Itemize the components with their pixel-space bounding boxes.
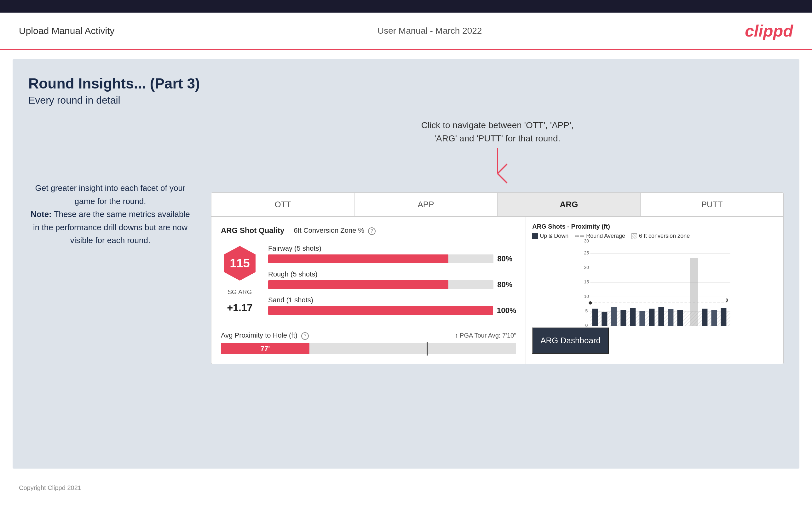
hex-value: 115 — [230, 257, 250, 270]
arg-shot-quality-label: ARG Shot Quality — [221, 226, 284, 235]
hex-and-bars: 115 SG ARG +1.17 Fairway (5 shots) — [221, 244, 516, 322]
proximity-bar-fill: 77' — [221, 343, 309, 354]
svg-text:0: 0 — [586, 323, 588, 328]
legend-round-avg: Round Average — [575, 233, 625, 239]
section-title: Round Insights... (Part 3) — [29, 75, 783, 92]
svg-text:15: 15 — [584, 279, 589, 284]
right-chart-area: ARG Shots - Proximity (ft) Up & Down Rou… — [526, 217, 783, 364]
bar-row-sand: Sand (1 shots) 100% — [268, 296, 516, 315]
bar-row-fairway: Fairway (5 shots) 80% — [268, 244, 516, 263]
tabs-row: OTT APP ARG PUTT — [211, 193, 783, 217]
bar-label-rough: Rough (5 shots) — [268, 270, 516, 278]
bar-pct-fairway: 80% — [497, 255, 516, 263]
bar-fill-rough — [268, 280, 448, 289]
navigate-arrow-icon — [485, 148, 510, 186]
legend-6ft: 6 ft conversion zone — [631, 233, 690, 239]
legend-updown-label: Up & Down — [540, 233, 568, 239]
left-panel: Get greater insight into each facet of y… — [29, 119, 192, 364]
bars-container: Fairway (5 shots) 80% Ro — [268, 244, 516, 322]
svg-rect-25 — [649, 308, 655, 326]
bar-row-rough: Rough (5 shots) 80% — [268, 270, 516, 289]
svg-rect-22 — [621, 310, 626, 326]
proximity-title: Avg Proximity to Hole (ft) ? — [221, 331, 309, 340]
svg-rect-26 — [659, 307, 664, 326]
arg-dashboard-button[interactable]: ARG Dashboard — [532, 328, 609, 354]
chart-title: ARG Shots - Proximity (ft) — [532, 223, 777, 230]
tab-arg[interactable]: ARG — [498, 193, 641, 216]
legend-6ft-label: 6 ft conversion zone — [639, 233, 690, 239]
bar-label-fairway: Fairway (5 shots) — [268, 244, 516, 252]
svg-rect-30 — [702, 308, 708, 326]
svg-rect-27 — [668, 309, 674, 326]
bar-bg-sand — [268, 306, 493, 315]
chart-legend: Up & Down Round Average 6 ft conversion … — [532, 233, 777, 239]
section-subtitle: Every round in detail — [29, 95, 783, 106]
tab-app[interactable]: APP — [354, 193, 498, 216]
chart-svg-container: 0 5 10 15 20 25 30 — [532, 239, 777, 328]
header: Upload Manual Activity User Manual - Mar… — [0, 13, 812, 50]
navigate-annotation: Click to navigate between 'OTT', 'APP','… — [211, 119, 783, 145]
sg-label: SG ARG — [228, 288, 252, 296]
proximity-info-icon[interactable]: ? — [301, 332, 309, 340]
main-content: Round Insights... (Part 3) Every round i… — [13, 59, 799, 468]
info-icon[interactable]: ? — [368, 227, 375, 235]
legend-round-avg-icon — [575, 235, 584, 236]
card-body: ARG Shot Quality 6ft Conversion Zone % ? — [211, 217, 783, 364]
svg-text:20: 20 — [584, 265, 589, 270]
bar-pct-rough: 80% — [497, 280, 516, 289]
svg-rect-19 — [592, 308, 598, 326]
arrow-container — [211, 148, 783, 186]
insight-annotation: Get greater insight into each facet of y… — [29, 182, 192, 247]
right-panel: Click to navigate between 'OTT', 'APP','… — [211, 119, 783, 364]
dashboard-card: OTT APP ARG PUTT ARG Shot Quality 6ft Co… — [211, 192, 783, 364]
conversion-zone-label: 6ft Conversion Zone % ? — [294, 226, 375, 235]
bar-track-sand: 100% — [268, 306, 516, 315]
note-text: These are the same metrics available in … — [33, 210, 190, 245]
svg-rect-20 — [602, 312, 608, 326]
svg-rect-32 — [721, 308, 727, 326]
tab-putt[interactable]: PUTT — [641, 193, 783, 216]
svg-rect-21 — [611, 307, 617, 326]
svg-text:10: 10 — [584, 294, 589, 299]
hex-container: 115 SG ARG +1.17 — [221, 244, 259, 314]
left-metrics: ARG Shot Quality 6ft Conversion Zone % ? — [211, 217, 526, 364]
arg-proximity-chart: 0 5 10 15 20 25 30 — [532, 239, 777, 328]
metrics-header: ARG Shot Quality 6ft Conversion Zone % ? — [221, 226, 516, 235]
pga-avg: ↑ PGA Tour Avg: 7'10" — [455, 332, 516, 339]
svg-rect-31 — [711, 310, 717, 326]
user-manual-date: User Manual - March 2022 — [377, 26, 482, 36]
bar-pct-sand: 100% — [497, 306, 516, 315]
legend-updown: Up & Down — [532, 233, 568, 239]
proximity-section: Avg Proximity to Hole (ft) ? ↑ PGA Tour … — [221, 331, 516, 354]
footer: Copyright Clippd 2021 — [0, 478, 812, 498]
bar-fill-sand — [268, 306, 493, 315]
svg-point-17 — [589, 301, 592, 304]
svg-rect-29 — [690, 258, 698, 326]
bar-bg-fairway — [268, 255, 494, 263]
legend-round-avg-label: Round Average — [586, 233, 625, 239]
clippd-logo: clippd — [745, 21, 793, 40]
proximity-header: Avg Proximity to Hole (ft) ? ↑ PGA Tour … — [221, 331, 516, 340]
top-bar — [0, 0, 812, 13]
proximity-bar-track: 77' — [221, 343, 516, 354]
svg-text:30: 30 — [584, 239, 589, 243]
tab-ott[interactable]: OTT — [211, 193, 354, 216]
svg-text:25: 25 — [584, 250, 589, 256]
sg-value: +1.17 — [227, 302, 253, 314]
hexagon: 115 — [221, 244, 259, 282]
svg-rect-23 — [630, 308, 636, 326]
content-area: Get greater insight into each facet of y… — [29, 119, 783, 364]
svg-text:5: 5 — [586, 308, 588, 313]
svg-rect-24 — [640, 311, 645, 326]
copyright-text: Copyright Clippd 2021 — [19, 484, 81, 491]
svg-text:8: 8 — [726, 297, 728, 303]
bar-label-sand: Sand (1 shots) — [268, 296, 516, 304]
legend-6ft-icon — [631, 233, 637, 239]
bar-track-rough: 80% — [268, 280, 516, 289]
svg-rect-28 — [677, 310, 683, 326]
bar-track-fairway: 80% — [268, 255, 516, 263]
bar-bg-rough — [268, 280, 494, 289]
legend-updown-icon — [532, 233, 538, 239]
note-label: Note: — [31, 210, 51, 219]
bar-fill-fairway — [268, 255, 448, 263]
